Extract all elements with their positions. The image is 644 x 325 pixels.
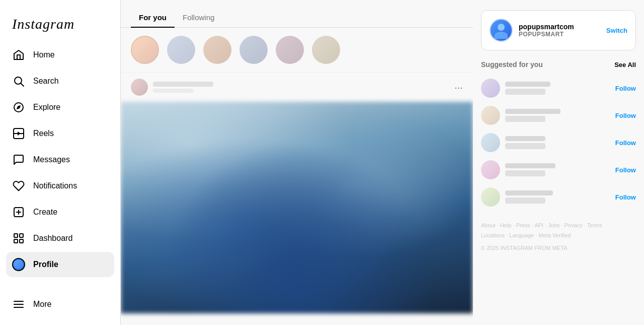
sidebar-item-label-dashboard: Dashboard [33, 234, 72, 243]
post-options-button[interactable]: ··· [454, 82, 463, 93]
user-card-username: popupsmartcom [519, 23, 600, 31]
suggested-avatar [481, 79, 500, 98]
svg-rect-9 [14, 234, 18, 237]
suggested-sub [505, 143, 545, 149]
sidebar-item-explore[interactable]: Explore [6, 95, 114, 120]
suggested-item: Follow [481, 75, 636, 102]
footer-link[interactable]: Language [509, 232, 534, 238]
suggested-sub [505, 198, 545, 204]
feed-tabs: For you Following [121, 0, 473, 28]
sidebar-item-label-search: Search [33, 77, 59, 86]
footer-links: About · Help · Press · API · Jobs · Priv… [481, 221, 636, 241]
sidebar-item-create[interactable]: Create [6, 200, 114, 225]
sidebar-item-home[interactable]: Home [6, 42, 114, 68]
tab-for-you[interactable]: For you [131, 8, 175, 28]
svg-rect-12 [20, 239, 23, 243]
story-item[interactable] [239, 36, 268, 64]
more-icon [12, 298, 25, 311]
reels-icon [12, 127, 25, 140]
suggested-avatar [481, 106, 500, 125]
suggested-info [505, 109, 610, 122]
sidebar-item-messages[interactable]: Messages [6, 147, 114, 172]
sidebar-item-label-explore: Explore [33, 103, 60, 112]
story-item[interactable] [167, 36, 195, 64]
suggested-username-placeholder [505, 109, 560, 114]
footer-link[interactable]: Press [516, 222, 530, 228]
sidebar-item-dashboard[interactable]: Dashboard [6, 226, 114, 251]
user-card-display-name: POPUPSMART [519, 31, 600, 38]
sidebar-item-notifications[interactable]: Notifications [6, 173, 114, 199]
suggested-username-placeholder [505, 190, 553, 196]
suggested-avatar [481, 160, 500, 179]
sidebar-item-label-messages: Messages [33, 155, 70, 164]
sidebar-item-label-home: Home [33, 50, 55, 59]
suggested-sub [505, 116, 545, 122]
suggested-username-placeholder [505, 82, 550, 87]
suggested-item: Follow [481, 102, 636, 129]
footer-link[interactable]: Meta Verified [538, 232, 571, 238]
follow-button-1[interactable]: Follow [615, 85, 636, 92]
follow-button-2[interactable]: Follow [615, 112, 636, 119]
sidebar-item-profile[interactable]: Profile [6, 252, 114, 277]
post-user-info [153, 82, 449, 93]
sidebar-item-label-reels: Reels [33, 129, 54, 138]
story-item[interactable] [312, 36, 340, 64]
main-content: For you Following ··· [121, 0, 473, 325]
footer-link[interactable]: Terms [587, 222, 602, 228]
search-icon [12, 75, 25, 88]
suggested-sub [505, 89, 545, 95]
notifications-icon [12, 179, 25, 192]
svg-marker-3 [17, 105, 21, 109]
suggested-info [505, 163, 610, 176]
right-sidebar: popupsmartcom POPUPSMART Switch Suggeste… [473, 0, 644, 325]
follow-button-3[interactable]: Follow [615, 139, 636, 147]
suggested-info [505, 82, 610, 95]
suggested-item: Follow [481, 156, 636, 183]
explore-icon [12, 101, 25, 114]
switch-button[interactable]: Switch [606, 27, 627, 34]
tab-following[interactable]: Following [175, 8, 222, 28]
suggested-sub [505, 170, 545, 176]
see-all-button[interactable]: See All [614, 61, 636, 69]
post-time-placeholder [153, 89, 193, 93]
footer-link[interactable]: About [481, 222, 496, 228]
footer-link[interactable]: API [534, 222, 543, 228]
sidebar-item-reels[interactable]: Reels [6, 121, 114, 146]
suggested-title: Suggested for you [481, 60, 543, 69]
svg-rect-11 [14, 239, 18, 243]
nav-menu: Home Search Explore [6, 42, 114, 292]
feed-post: ··· [121, 73, 473, 323]
dashboard-icon [12, 232, 25, 245]
footer-link[interactable]: Help [500, 222, 512, 228]
create-icon [12, 206, 25, 219]
user-card: popupsmartcom POPUPSMART Switch [481, 10, 636, 50]
follow-button-5[interactable]: Follow [615, 193, 636, 201]
sidebar-item-label-more: More [33, 300, 51, 309]
messages-icon [12, 153, 25, 166]
profile-icon [12, 258, 25, 271]
suggested-username-placeholder [505, 163, 555, 168]
suggested-avatar [481, 187, 500, 207]
sidebar-item-more[interactable]: More [6, 292, 114, 317]
footer-link[interactable]: Jobs [548, 222, 559, 228]
sidebar-item-label-create: Create [33, 208, 57, 217]
suggested-username-placeholder [505, 136, 545, 141]
story-item[interactable] [203, 36, 231, 64]
svg-rect-10 [20, 234, 23, 237]
sidebar-item-search[interactable]: Search [6, 69, 114, 94]
story-item[interactable] [131, 36, 159, 64]
copyright-text: © 2025 INSTAGRAM FROM META [481, 245, 636, 251]
post-header: ··· [121, 73, 473, 102]
suggested-item: Follow [481, 183, 636, 211]
footer-link[interactable]: Privacy [565, 222, 583, 228]
suggested-info [505, 190, 610, 204]
footer-link[interactable]: Locations [481, 232, 505, 238]
follow-button-4[interactable]: Follow [615, 166, 636, 174]
story-item[interactable] [276, 36, 304, 64]
user-card-avatar [490, 19, 513, 42]
post-username-placeholder [153, 82, 213, 87]
suggested-header: Suggested for you See All [481, 60, 636, 69]
sidebar-item-label-notifications: Notifications [33, 181, 77, 190]
sidebar: Instagram Home Search [0, 0, 121, 325]
suggested-avatar [481, 133, 500, 152]
